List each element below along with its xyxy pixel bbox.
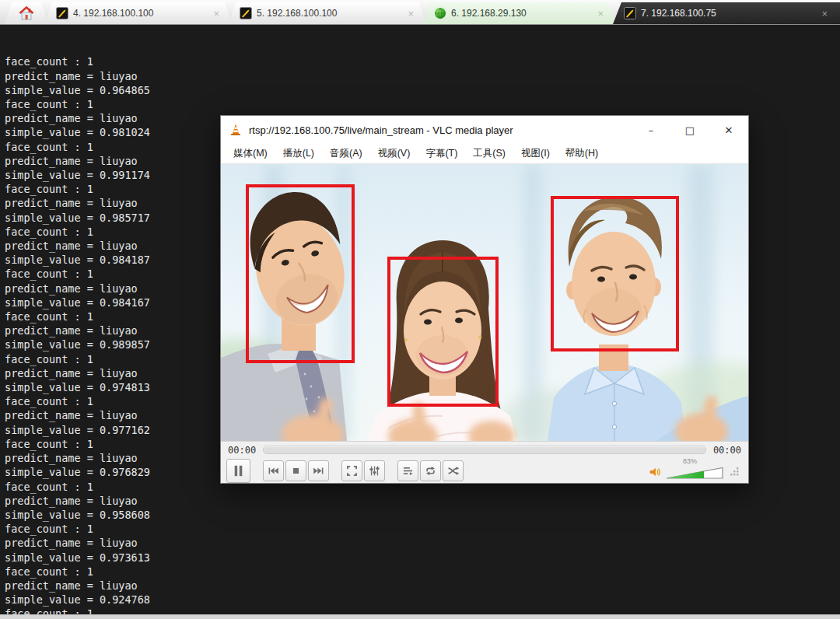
resize-grip-icon[interactable] [730, 465, 739, 479]
loop-button[interactable] [420, 460, 441, 481]
fullscreen-button[interactable] [341, 460, 362, 481]
terminal-line: simple_value = 0.924768 [5, 593, 840, 607]
terminal-icon [624, 7, 636, 19]
tab-strip: 4. 192.168.100.100×5. 192.168.100.100×6.… [0, 0, 840, 25]
playlist-button[interactable] [397, 460, 418, 481]
home-tab[interactable] [5, 2, 48, 24]
minimize-icon[interactable]: – [632, 116, 670, 144]
vlc-window: rtsp://192.168.100.75/live/main_stream -… [220, 115, 749, 484]
tab-close-icon[interactable]: × [212, 8, 221, 19]
vlc-controlbar: 00:00 00:00 83% [221, 441, 748, 483]
time-total: 00:00 [713, 445, 741, 456]
extended-settings-icon [367, 463, 382, 478]
terminal-line: face_count : 1 [5, 607, 840, 614]
face-detection-box-2 [387, 257, 499, 407]
terminal-line: face_count : 1 [5, 97, 840, 111]
playlist-icon [401, 463, 415, 478]
face-detection-box-1 [246, 184, 355, 363]
button-group [226, 459, 252, 483]
previous-button[interactable] [263, 460, 284, 481]
pause-button[interactable] [226, 459, 250, 483]
volume-cluster: 83% [648, 459, 739, 479]
next-icon [311, 463, 326, 478]
button-group [341, 460, 387, 481]
vlc-menubar: 媒体(M)播放(L)音频(A)视频(V)字幕(T)工具(S)视图(I)帮助(H) [221, 144, 748, 164]
terminal-line: predict_name = liuyao [5, 579, 840, 593]
terminal-line: simple_value = 0.964865 [5, 83, 840, 97]
tab-label: 6. 192.168.29.130 [451, 8, 591, 19]
speaker-icon[interactable] [648, 465, 662, 479]
extended-settings-button[interactable] [364, 460, 385, 481]
seek-bar[interactable] [263, 446, 706, 454]
random-icon [446, 463, 460, 478]
button-group [263, 460, 331, 481]
terminal-line: face_count : 1 [5, 565, 840, 579]
tab-close-icon[interactable]: × [596, 8, 605, 19]
random-button[interactable] [443, 460, 464, 481]
home-icon [19, 6, 34, 20]
vlc-window-title: rtsp://192.168.100.75/live/main_stream -… [249, 124, 632, 136]
vlc-cone-icon [229, 123, 243, 137]
vlc-window-controls: –□✕ [632, 116, 748, 144]
pause-icon [229, 462, 247, 480]
time-elapsed: 00:00 [228, 445, 256, 456]
terminal-icon [56, 7, 68, 19]
terminal-line: simple_value = 0.973613 [5, 551, 840, 565]
fullscreen-icon [345, 463, 359, 478]
session-tab-7[interactable]: 7. 192.168.100.75× [613, 2, 840, 24]
terminal-line: predict_name = liuyao [5, 69, 840, 83]
stop-icon [289, 463, 303, 478]
close-icon[interactable]: ✕ [709, 116, 748, 144]
stop-button[interactable] [285, 460, 306, 481]
globe-icon [434, 7, 446, 19]
tab-close-icon[interactable]: × [820, 8, 829, 19]
tab-label: 5. 192.168.100.100 [257, 8, 401, 19]
tab-close-icon[interactable]: × [406, 8, 415, 19]
volume-slider[interactable]: 83% [666, 459, 723, 479]
session-tab-5[interactable]: 5. 192.168.100.100× [229, 2, 426, 24]
maximize-icon[interactable]: □ [670, 116, 709, 144]
menu-item-4[interactable]: 字幕(T) [418, 147, 465, 160]
loop-icon [423, 463, 438, 478]
tab-label: 7. 192.168.100.75 [641, 8, 815, 19]
terminal-line: predict_name = liuyao [5, 536, 840, 550]
window-bottom-edge [0, 614, 840, 619]
tab-label: 4. 192.168.100.100 [73, 8, 207, 19]
previous-icon [266, 463, 281, 478]
button-group [397, 460, 465, 481]
session-tab-6[interactable]: 6. 192.168.29.130× [423, 2, 616, 24]
menu-item-6[interactable]: 视图(I) [513, 147, 558, 160]
menu-item-3[interactable]: 视频(V) [370, 147, 418, 160]
menu-item-1[interactable]: 播放(L) [275, 147, 322, 160]
terminal-line: face_count : 1 [5, 522, 840, 536]
menu-item-2[interactable]: 音频(A) [322, 147, 370, 160]
menu-item-7[interactable]: 帮助(H) [558, 147, 606, 160]
terminal-line: simple_value = 0.958608 [5, 508, 840, 522]
next-button[interactable] [308, 460, 329, 481]
vlc-video-area [221, 164, 748, 441]
terminal-icon [240, 7, 252, 19]
face-detection-box-3 [551, 196, 679, 351]
terminal-line: predict_name = liuyao [5, 494, 840, 508]
menu-item-0[interactable]: 媒体(M) [226, 147, 275, 160]
session-tab-4[interactable]: 4. 192.168.100.100× [45, 2, 232, 24]
menu-item-5[interactable]: 工具(S) [465, 147, 513, 160]
volume-percent-label: 83% [683, 457, 697, 465]
terminal-line: face_count : 1 [5, 54, 840, 68]
vlc-titlebar[interactable]: rtsp://192.168.100.75/live/main_stream -… [221, 116, 748, 144]
